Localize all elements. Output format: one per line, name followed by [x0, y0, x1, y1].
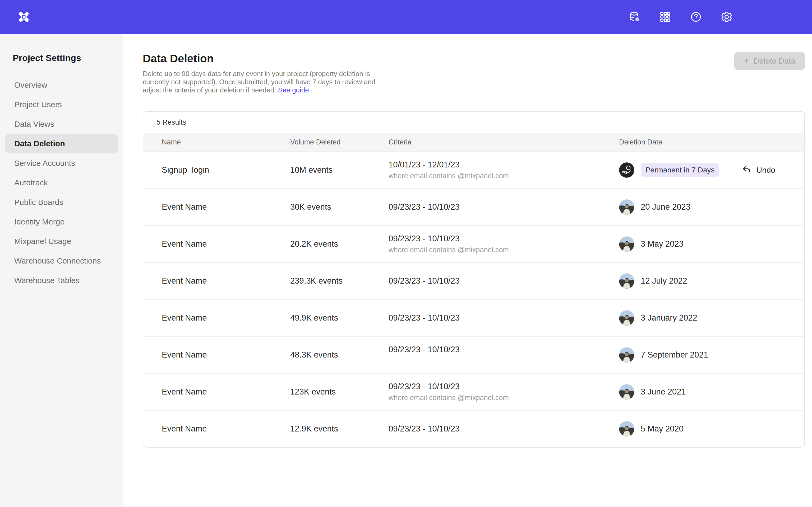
column-header-volume: Volume Deleted — [290, 138, 389, 146]
apps-grid-icon[interactable] — [659, 11, 671, 23]
deletion-date-cell: 3 January 2022 — [619, 310, 804, 326]
page-description: Delete up to 90 days data for any event … — [143, 70, 393, 94]
column-header-criteria: Criteria — [389, 138, 619, 146]
table-row: Event Name 239.3K events 09/23/23 - 10/1… — [143, 262, 804, 299]
user-avatar — [619, 200, 635, 215]
table-row: Event Name 49.9K events 09/23/23 - 10/10… — [143, 299, 804, 336]
user-avatar — [619, 310, 635, 326]
table-row: Event Name 123K events 09/23/23 - 10/10/… — [143, 373, 804, 410]
criteria-cell: 09/23/23 - 10/10/23 — [389, 276, 619, 286]
deletion-date-cell: 5 May 2020 — [619, 421, 804, 437]
plus-icon: + — [744, 56, 749, 66]
sidebar-item-overview[interactable]: Overview — [5, 75, 118, 95]
data-management-icon[interactable] — [628, 11, 641, 23]
user-avatar — [619, 236, 635, 251]
criteria-range: 09/23/23 - 10/10/23 — [389, 276, 619, 286]
undo-button[interactable]: Undo — [742, 165, 775, 175]
page-title: Data Deletion — [143, 52, 393, 65]
deletion-date-cell: 7 September 2021 — [619, 347, 804, 362]
event-name-cell: Event Name — [143, 276, 290, 286]
undo-icon — [742, 165, 752, 175]
undo-label: Undo — [756, 166, 775, 175]
volume-cell: 239.3K events — [290, 276, 389, 286]
table-header-row: Name Volume Deleted Criteria Deletion Da… — [143, 133, 804, 151]
deletion-date-cell: 20 June 2023 — [619, 200, 804, 215]
user-avatar — [619, 421, 635, 437]
user-avatar — [619, 273, 635, 289]
table-body: Signup_login 10M events 10/01/23 - 12/01… — [143, 151, 804, 447]
table-row: Event Name 12.9K events 09/23/23 - 10/10… — [143, 410, 804, 447]
sidebar-item-service-accounts[interactable]: Service Accounts — [5, 154, 118, 173]
event-name-cell: Event Name — [143, 350, 290, 360]
criteria-cell: 09/23/23 - 10/10/23 — [389, 424, 619, 434]
criteria-cell: 09/23/23 - 10/10/23 where email contains… — [389, 234, 619, 254]
permanent-badge: Permanent in 7 Days — [641, 163, 719, 177]
volume-cell: 30K events — [290, 202, 389, 212]
table-row: Event Name 48.3K events 09/23/23 - 10/10… — [143, 336, 804, 373]
table-row: Event Name 20.2K events 09/23/23 - 10/10… — [143, 225, 804, 262]
deletion-date: 3 May 2023 — [641, 239, 683, 249]
topbar-icon-group — [628, 11, 733, 23]
criteria-range: 09/23/23 - 10/10/23 — [389, 202, 619, 212]
criteria-range: 09/23/23 - 10/10/23 — [389, 382, 619, 391]
event-name-cell: Event Name — [143, 202, 290, 212]
table-row: Signup_login 10M events 10/01/23 - 12/01… — [143, 151, 804, 188]
sidebar-item-warehouse-tables[interactable]: Warehouse Tables — [5, 271, 118, 290]
results-count: 5 Results — [143, 112, 804, 133]
sidebar-item-warehouse-connections[interactable]: Warehouse Connections — [5, 251, 118, 271]
event-name-cell: Event Name — [143, 424, 290, 434]
project-settings-sidebar: Project Settings OverviewProject UsersDa… — [0, 34, 123, 507]
deletion-date: 5 May 2020 — [641, 424, 683, 434]
event-name-cell: Signup_login — [143, 165, 290, 175]
volume-cell: 10M events — [290, 165, 389, 175]
deletion-date: 7 September 2021 — [641, 350, 708, 360]
criteria-subtext — [389, 357, 619, 365]
page-description-text: Delete up to 90 days data for any event … — [143, 70, 375, 94]
criteria-subtext: where email contains @mixpanel.com — [389, 172, 619, 180]
criteria-range: 09/23/23 - 10/10/23 — [389, 424, 619, 434]
event-name-cell: Event Name — [143, 313, 290, 323]
main-content: Data Deletion Delete up to 90 days data … — [123, 34, 812, 507]
column-header-deletion-date: Deletion Date — [619, 138, 804, 146]
deletion-date: 3 June 2021 — [641, 387, 686, 397]
sidebar-item-data-deletion[interactable]: Data Deletion — [5, 134, 118, 154]
table-row: Event Name 30K events 09/23/23 - 10/10/2… — [143, 188, 804, 225]
help-icon[interactable] — [690, 11, 702, 23]
user-avatar — [619, 347, 635, 362]
deletion-date: 3 January 2022 — [641, 313, 697, 323]
sidebar-item-data-views[interactable]: Data Views — [5, 114, 118, 134]
deletion-date-cell: 3 June 2021 — [619, 384, 804, 399]
criteria-cell: 09/23/23 - 10/10/23 — [389, 313, 619, 323]
user-avatar — [619, 384, 635, 399]
criteria-range: 09/23/23 - 10/10/23 — [389, 234, 619, 243]
criteria-range: 09/23/23 - 10/10/23 — [389, 313, 619, 323]
sidebar-item-public-boards[interactable]: Public Boards — [5, 192, 118, 212]
criteria-cell: 09/23/23 - 10/10/23 — [389, 202, 619, 212]
see-guide-link[interactable]: See guide — [278, 86, 309, 94]
deletion-date: 12 July 2022 — [641, 276, 687, 286]
event-name-cell: Event Name — [143, 387, 290, 397]
deletion-date-cell: 3 May 2023 — [619, 236, 804, 251]
volume-cell: 20.2K events — [290, 239, 389, 249]
volume-cell: 12.9K events — [290, 424, 389, 434]
criteria-subtext: where email contains @mixpanel.com — [389, 246, 619, 254]
delete-data-button[interactable]: + Delete Data — [734, 52, 805, 70]
sidebar-item-identity-merge[interactable]: Identity Merge — [5, 212, 118, 232]
deletion-date: 20 June 2023 — [641, 202, 691, 212]
top-navigation-bar — [0, 0, 812, 34]
criteria-range: 09/23/23 - 10/10/23 — [389, 345, 619, 354]
criteria-cell: 09/23/23 - 10/10/23 — [389, 345, 619, 365]
sidebar-item-list: OverviewProject UsersData ViewsData Dele… — [0, 75, 123, 290]
user-avatar — [619, 162, 635, 178]
deletion-results-card: 5 Results Name Volume Deleted Criteria D… — [143, 111, 805, 448]
sidebar-item-autotrack[interactable]: Autotrack — [5, 173, 118, 192]
mixpanel-logo[interactable] — [16, 9, 31, 24]
sidebar-heading: Project Settings — [13, 53, 123, 63]
sidebar-item-mixpanel-usage[interactable]: Mixpanel Usage — [5, 232, 118, 251]
volume-cell: 49.9K events — [290, 313, 389, 323]
settings-gear-icon[interactable] — [720, 11, 733, 23]
delete-data-button-label: Delete Data — [754, 57, 795, 65]
criteria-cell: 09/23/23 - 10/10/23 where email contains… — [389, 382, 619, 402]
sidebar-item-project-users[interactable]: Project Users — [5, 95, 118, 114]
criteria-subtext: where email contains @mixpanel.com — [389, 394, 619, 402]
